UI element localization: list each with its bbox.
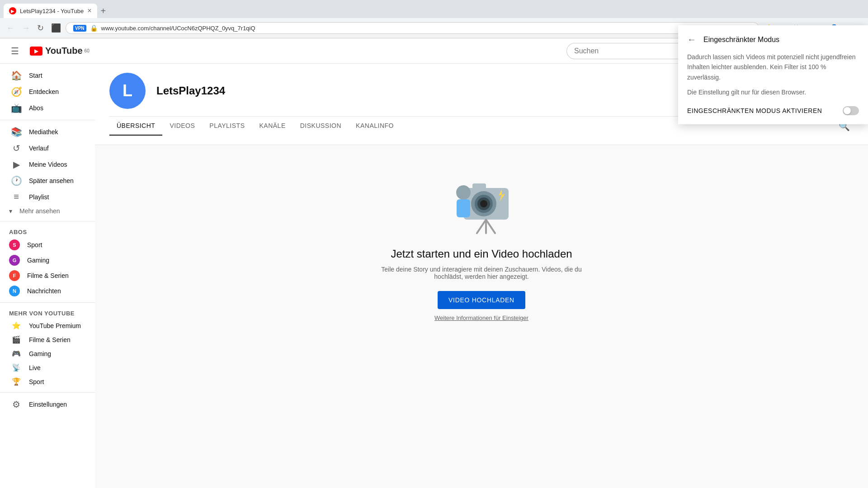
sidebar-item-sport[interactable]: S Sport <box>0 237 95 253</box>
sidebar-item-sport2[interactable]: 🏆 Sport <box>2 375 93 389</box>
sidebar-item-gaming[interactable]: G Gaming <box>0 253 95 268</box>
mehr-von-section-title: MEHR VON YOUTUBE <box>0 306 95 319</box>
filme-serien-label: Filme & Serien <box>29 336 71 343</box>
channel-name: LetsPlay1234 <box>156 84 225 97</box>
tab-videos[interactable]: VIDEOS <box>162 117 202 136</box>
svg-line-7 <box>486 220 495 233</box>
restricted-panel-header: ← Eingeschränkter Modus <box>687 34 859 45</box>
sidebar-divider-1 <box>0 120 95 120</box>
playlist-icon: ≡ <box>11 192 22 202</box>
gaming2-icon: 🎮 <box>11 349 22 358</box>
sidebar-item-explore[interactable]: 🧭 Entdecken <box>2 84 93 100</box>
restricted-panel-note: Die Einstellung gilt nur für diesen Brow… <box>687 88 859 97</box>
channel-content: Jetzt starten und ein Video hochladen Te… <box>95 145 868 339</box>
upload-title: Jetzt starten und ein Video hochladen <box>381 248 581 260</box>
tab-playlists[interactable]: PLAYLISTS <box>202 117 252 136</box>
sidebar-divider-2 <box>0 221 95 221</box>
gaming-label: Gaming <box>27 257 49 264</box>
sidebar-item-gaming2[interactable]: 🎮 Gaming <box>2 347 93 361</box>
restricted-toggle-switch[interactable] <box>843 106 859 115</box>
sport-label: Sport <box>27 241 42 249</box>
mehr-label: Mehr ansehen <box>19 207 60 215</box>
tab-uebersicht[interactable]: ÜBERSICHT <box>109 117 162 136</box>
sidebar-item-home[interactable]: 🏠 Start <box>2 67 93 84</box>
sidebar-item-my-videos[interactable]: ▶ Meine Videos <box>2 156 93 173</box>
extensions-button[interactable]: ⬛ <box>48 21 64 35</box>
sidebar-item-live[interactable]: 📡 Live <box>2 361 93 375</box>
live-label: Live <box>29 364 41 371</box>
svg-rect-10 <box>457 199 470 217</box>
sidebar-item-watch-later[interactable]: 🕐 Später ansehen <box>2 173 93 189</box>
home-icon: 🏠 <box>11 70 22 81</box>
tab-bar: ▶ LetsPlay1234 - YouTube × + <box>0 0 868 18</box>
sidebar-item-library[interactable]: 📚 Mediathek <box>2 124 93 140</box>
sidebar-item-playlist[interactable]: ≡ Playlist <box>2 189 93 205</box>
svg-point-4 <box>480 200 487 207</box>
yt-logo-badge: 60 <box>85 48 90 53</box>
sidebar-item-yt-premium[interactable]: ⭐ YouTube Premium <box>2 319 93 333</box>
restricted-toggle-row: EINGESCHRÄNKTEN MODUS AKTIVIEREN <box>687 106 859 115</box>
lock-icon: 🔒 <box>90 24 98 32</box>
restricted-mode-panel: ← Eingeschränkter Modus Dadurch lassen s… <box>678 25 868 124</box>
library-icon: 📚 <box>11 127 22 137</box>
my-videos-icon: ▶ <box>11 159 22 170</box>
yt-logo-text: YouTube <box>45 46 83 56</box>
yt-body: 🏠 Start 🧭 Entdecken 📺 Abos 📚 Mediathek ↺… <box>0 64 868 488</box>
new-tab-button[interactable]: + <box>97 6 110 16</box>
sidebar-item-filme[interactable]: F Filme & Serien <box>0 268 95 283</box>
sidebar-item-settings[interactable]: ⚙ Einstellungen <box>2 396 93 413</box>
gaming2-label: Gaming <box>29 350 51 357</box>
sidebar-divider-3 <box>0 302 95 303</box>
sidebar-item-filme-serien[interactable]: 🎬 Filme & Serien <box>2 333 93 347</box>
svg-line-6 <box>477 220 486 233</box>
sport2-icon: 🏆 <box>11 377 22 386</box>
yt-main-content: L LetsPlay1234 KANAL ANPASSEN V ÜBERSICH… <box>95 64 868 488</box>
explore-icon: 🧭 <box>11 86 22 97</box>
yt-premium-icon: ⭐ <box>11 321 22 330</box>
yt-sidebar: 🏠 Start 🧭 Entdecken 📺 Abos 📚 Mediathek ↺… <box>0 64 95 488</box>
tab-diskussion[interactable]: DISKUSSION <box>293 117 349 136</box>
abos-section-title: ABOS <box>0 225 95 237</box>
restricted-panel-title: Eingeschränkter Modus <box>703 36 779 44</box>
restricted-back-button[interactable]: ← <box>687 34 696 45</box>
subs-icon: 📺 <box>11 103 22 113</box>
yt-premium-label: YouTube Premium <box>29 322 81 329</box>
upload-link[interactable]: Weitere Informationen für Einsteiger <box>381 314 581 321</box>
address-bar[interactable]: VPN 🔒 www.youtube.com/channel/UCocN6zQPH… <box>66 22 759 34</box>
tab-kanalinfo[interactable]: KANALINFO <box>349 117 401 136</box>
svg-point-9 <box>456 185 471 200</box>
tab-favicon: ▶ <box>9 7 16 14</box>
history-label: Verlauf <box>29 145 49 152</box>
sidebar-divider-4 <box>0 392 95 393</box>
watch-later-icon: 🕐 <box>11 175 22 186</box>
refresh-button[interactable]: ↻ <box>34 21 47 35</box>
sidebar-mehr-ansehen[interactable]: ▾ Mehr ansehen <box>0 205 95 217</box>
history-icon: ↺ <box>11 143 22 154</box>
tab-close-button[interactable]: × <box>87 7 91 15</box>
sport2-label: Sport <box>29 378 44 385</box>
forward-button[interactable]: → <box>19 22 33 35</box>
restricted-panel-body: Dadurch lassen sich Videos mit potenziel… <box>687 52 859 82</box>
my-videos-label: Meine Videos <box>29 161 67 168</box>
upload-video-button[interactable]: VIDEO HOCHLADEN <box>438 291 525 309</box>
upload-prompt: Jetzt starten und ein Video hochladen Te… <box>381 163 581 321</box>
restricted-toggle-label: EINGESCHRÄNKTEN MODUS AKTIVIEREN <box>687 107 822 114</box>
playlist-label: Playlist <box>29 193 49 201</box>
tab-title: LetsPlay1234 - YouTube <box>20 8 84 14</box>
explore-label: Entdecken <box>29 88 59 95</box>
browser-tab[interactable]: ▶ LetsPlay1234 - YouTube × <box>4 4 97 18</box>
settings-icon: ⚙ <box>11 399 22 410</box>
live-icon: 📡 <box>11 363 22 372</box>
svg-rect-5 <box>472 183 486 190</box>
address-text: www.youtube.com/channel/UCocN6zQPHQZ_0yv… <box>101 25 751 32</box>
watch-later-label: Später ansehen <box>29 177 74 184</box>
yt-logo[interactable]: YouTube 60 <box>30 46 90 56</box>
sidebar-item-abos[interactable]: 📺 Abos <box>2 100 93 116</box>
tab-kanaele[interactable]: KANÄLE <box>252 117 292 136</box>
hamburger-menu[interactable]: ☰ <box>7 42 23 60</box>
back-button[interactable]: ← <box>4 22 17 35</box>
gaming-channel-icon: G <box>9 255 20 266</box>
toggle-knob <box>844 107 851 114</box>
sidebar-item-nachrichten[interactable]: N Nachrichten <box>0 283 95 299</box>
sidebar-item-history[interactable]: ↺ Verlauf <box>2 140 93 156</box>
